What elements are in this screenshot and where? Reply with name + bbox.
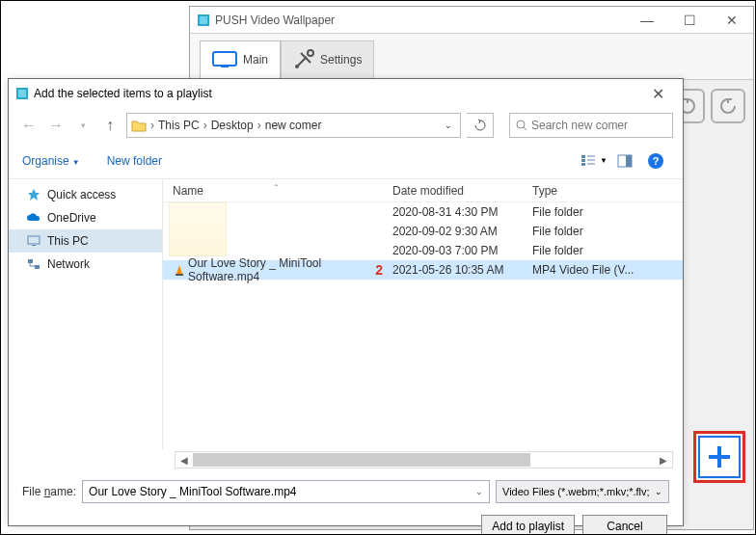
svg-rect-3 [221, 66, 229, 67]
nav-forward: → [45, 115, 67, 136]
filename-input[interactable]: Our Love Story _ MiniTool Software.mp4 ⌄ [82, 480, 490, 503]
sort-caret-icon: ⌃ [273, 183, 280, 192]
help-button[interactable]: ? [642, 149, 669, 173]
tab-settings-label: Settings [320, 53, 362, 67]
vlc-icon [173, 263, 184, 277]
view-button[interactable]: ▼ [580, 149, 608, 173]
column-name[interactable]: Name⌃ [163, 184, 383, 198]
sidebar-label: OneDrive [47, 211, 96, 225]
toolbar: Organise▼ New folder ▼ ? [9, 143, 683, 179]
file-row-selected[interactable]: Our Love Story _ MiniTool Software.mp4 2… [163, 260, 683, 280]
push-title: PUSH Video Wallpaper [215, 13, 335, 27]
search-icon [516, 120, 527, 131]
horizontal-scrollbar[interactable]: ◀▶ [175, 451, 673, 468]
preview-pane-button[interactable] [611, 149, 638, 173]
add-button-highlight [693, 431, 745, 483]
svg-rect-22 [176, 274, 183, 276]
file-type-filter[interactable]: Video Files (*.webm;*.mkv;*.flv; ⌄ [496, 480, 669, 503]
svg-rect-17 [626, 155, 632, 167]
monitor-icon [212, 51, 237, 68]
svg-rect-10 [581, 155, 585, 158]
push-titlebar: PUSH Video Wallpaper — ☐ ✕ [190, 7, 753, 34]
dialog-title: Add the selected items to a playlist [34, 87, 212, 100]
svg-point-8 [517, 120, 525, 128]
dialog-icon [14, 86, 30, 101]
folder-icon [131, 119, 147, 132]
svg-rect-11 [581, 159, 585, 162]
file-name: Our Love Story _ MiniTool Software.mp4 [188, 256, 367, 283]
chevron-down-icon[interactable]: ⌄ [655, 487, 662, 496]
svg-rect-19 [32, 245, 36, 246]
svg-line-9 [524, 127, 526, 130]
column-headers[interactable]: Name⌃ Date modified Type [163, 179, 683, 202]
cloud-icon [26, 210, 41, 226]
svg-point-5 [308, 50, 313, 56]
column-date[interactable]: Date modified [383, 184, 523, 198]
file-list: Name⌃ Date modified Type 2020-08-31 4:30… [163, 179, 683, 449]
close-button[interactable]: ✕ [711, 7, 753, 33]
nav-row: ← → ▾ ↑ › This PC › Desktop › new comer … [9, 108, 683, 143]
sidebar-item-onedrive[interactable]: OneDrive [9, 206, 162, 229]
tab-main-label: Main [243, 53, 268, 67]
cancel-button[interactable]: Cancel [582, 515, 667, 535]
dialog-titlebar: Add the selected items to a playlist ✕ [9, 79, 683, 108]
crumb-seg1[interactable]: Desktop [211, 119, 254, 132]
nav-back[interactable]: ← [18, 115, 40, 136]
svg-rect-2 [213, 52, 236, 66]
sidebar: Quick access OneDrive This PC Network [9, 179, 163, 449]
push-toolbar: Main Settings [190, 34, 753, 80]
svg-rect-20 [28, 259, 33, 263]
add-to-playlist-button[interactable]: Add to playlist [481, 515, 575, 535]
add-button[interactable] [698, 436, 741, 478]
svg-point-4 [295, 65, 299, 68]
refresh-button[interactable] [467, 113, 494, 138]
annotation-2: 2 [375, 262, 383, 278]
sidebar-label: Network [47, 257, 90, 271]
action-button-2[interactable] [711, 89, 745, 123]
organise-button[interactable]: Organise▼ [22, 154, 80, 168]
file-row[interactable]: 2020-08-31 4:30 PM File folder [163, 202, 683, 222]
tools-icon [293, 49, 314, 70]
filename-label: File name: [22, 485, 76, 498]
dialog-close-button[interactable]: ✕ [638, 80, 677, 107]
sidebar-item-this-pc[interactable]: This PC [9, 229, 162, 253]
address-bar[interactable]: › This PC › Desktop › new comer ⌄ [126, 113, 461, 138]
minimize-button[interactable]: — [626, 7, 668, 33]
pc-icon [26, 233, 41, 249]
tab-main[interactable]: Main [200, 40, 281, 79]
tab-settings[interactable]: Settings [281, 40, 374, 79]
svg-rect-12 [581, 163, 585, 166]
file-dialog: Add the selected items to a playlist ✕ ←… [8, 78, 684, 526]
svg-rect-1 [200, 16, 207, 24]
plus-icon [705, 442, 734, 471]
file-row[interactable]: 2020-09-02 9:30 AM File folder [163, 222, 683, 241]
sidebar-label: Quick access [47, 188, 116, 201]
sidebar-item-quick-access[interactable]: Quick access [9, 183, 162, 206]
network-icon [26, 256, 41, 272]
nav-recent[interactable]: ▾ [72, 115, 94, 136]
maximize-button[interactable]: ☐ [668, 7, 711, 33]
new-folder-button[interactable]: New folder [107, 154, 162, 168]
chevron-down-icon[interactable]: ⌄ [445, 120, 452, 130]
sidebar-label: This PC [47, 234, 89, 248]
star-icon [26, 187, 41, 202]
crumb-root[interactable]: This PC [158, 119, 200, 132]
sidebar-item-network[interactable]: Network [9, 253, 162, 276]
search-placeholder: Search new comer [531, 119, 628, 132]
svg-rect-18 [28, 236, 40, 244]
crumb-seg2[interactable]: new comer [265, 119, 322, 132]
svg-rect-7 [18, 90, 26, 97]
nav-up[interactable]: ↑ [99, 115, 121, 136]
folder-thumbnail [169, 202, 227, 256]
column-type[interactable]: Type [523, 184, 648, 198]
app-icon [196, 13, 211, 28]
chevron-down-icon[interactable]: ⌄ [475, 487, 483, 496]
search-input[interactable]: Search new comer [509, 113, 673, 138]
